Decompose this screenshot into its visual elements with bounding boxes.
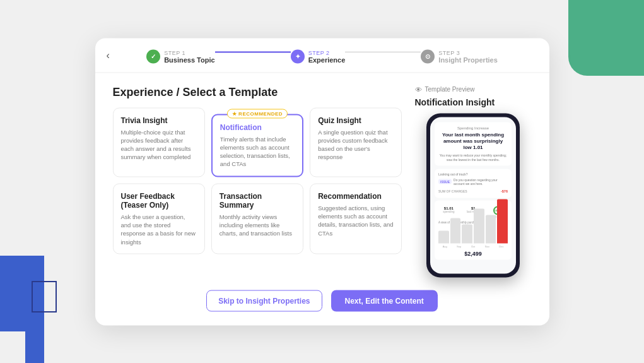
template-name-trivia: Trivia Insight [121,116,197,124]
phone-charges-label: SUM OF CHARGES [438,189,467,193]
step-2-title: Experience [308,56,346,63]
phone-total: $2,499 [438,250,508,256]
step-2: ✦ STEP 2 Experience [291,49,346,63]
spending-increase-label: Spending Increase [439,126,507,129]
chart-label-dec: Dec [495,244,508,247]
template-card-quiz[interactable]: Quiz Insight A single question quiz that… [310,107,402,177]
phone-top-bar: Spending Increase Your last month spendi… [435,122,512,165]
bar-3 [474,208,484,243]
template-name-quiz: Quiz Insight [318,116,394,124]
recommended-badge: ★ RECOMMENDED [227,109,288,118]
preview-label: Template Preview [425,86,475,93]
chart-label-sep: Sep [452,244,465,247]
template-desc-transaction-summary: Monthly activity views including element… [220,212,295,237]
bg-decoration-outline-rect [32,281,57,312]
step-2-circle: ✦ [291,49,305,63]
phone-headline: Your last month spending amount was surp… [439,131,507,150]
skip-button[interactable]: Skip to Insight Properties [206,290,322,311]
template-grid: Trivia Insight Multiple-choice quiz that… [113,107,402,254]
template-name-recommendation: Recommendation [318,191,394,200]
phone-sub: You may want to reduce your monthly spen… [439,153,507,162]
bar-0 [438,230,449,243]
template-card-trivia[interactable]: Trivia Insight Multiple-choice quiz that… [113,107,205,177]
back-button[interactable]: ‹ [107,49,110,61]
left-panel: Experience / Select a Template Trivia In… [113,85,402,277]
phone-tag-desc: Do you question regarding your account w… [454,177,508,185]
step-1-circle: ✓ [146,49,160,63]
phone-stat-spending: $1.01 spending [443,206,454,218]
chart-label-aug: Aug [438,244,451,247]
template-card-user-feedback[interactable]: User Feedback (Teaser Only) Ask the user… [113,183,205,254]
step-2-text: STEP 2 Experience [308,49,346,63]
step-connector-1 [215,51,291,52]
eye-icon: 👁 [415,85,422,93]
step-1-title: Business Topic [164,56,214,63]
bar-2 [462,224,472,243]
content-area: Experience / Select a Template Trivia In… [95,73,549,290]
template-card-notification[interactable]: ★ RECOMMENDED Notification Timely alerts… [211,114,303,177]
bg-decoration-blue-small [25,325,44,363]
step-3-title: Insight Properties [438,56,498,63]
step-1-num: STEP 1 [164,49,185,56]
stepper: ‹ ✓ STEP 1 Business Topic ✦ STEP 2 Exper… [95,38,549,63]
bar-1 [450,218,461,243]
template-name-user-feedback: User Feedback (Teaser Only) [121,191,197,209]
step-1: ✓ STEP 1 Business Topic [146,49,214,63]
template-desc-user-feedback: Ask the user a question, and use the sto… [121,212,197,246]
step-3-circle: ⊙ [421,49,435,63]
template-card-recommendation[interactable]: Recommendation Suggested actions, using … [310,183,402,254]
step-1-text: STEP 1 Business Topic [164,49,214,63]
bar-4 [486,215,496,243]
main-card: ‹ ✓ STEP 1 Business Topic ✦ STEP 2 Exper… [95,38,549,325]
template-desc-recommendation: Suggested actions, using elements such a… [318,203,394,237]
phone-tracking-section: Looking out of track? ISSUE Do you quest… [435,169,512,198]
preview-title: Notification Insight [415,97,532,107]
phone-issue-row: ISSUE Do you question regarding your acc… [438,177,508,185]
mini-chart: A view of your monthly purchases: Aug [438,220,508,256]
page-title: Experience / Select a Template [113,85,402,98]
step-2-num: STEP 2 [308,49,330,56]
phone-stats-section: $1.01 spending $1 last month 100% [435,200,512,259]
phone-screen: Spending Increase Your last month spendi… [430,117,516,273]
template-desc-quiz: A single question quiz that provides cus… [318,128,394,161]
template-name-transaction-summary: Transaction Summary [220,191,295,209]
step-connector-2 [345,51,421,52]
phone-charges-value: -$76 [501,189,508,193]
step-3: ⊙ STEP 3 Insight Properties [421,49,498,63]
template-card-transaction-summary[interactable]: Transaction Summary Monthly activity vie… [211,183,303,254]
phone-charges-row: SUM OF CHARGES -$76 [438,187,508,194]
phone-tag: ISSUE [438,179,452,184]
chart-labels: Aug Sep Oct Nov Dec [438,244,508,247]
phone-mockup: Spending Increase Your last month spendi… [426,113,520,277]
preview-label-row: 👁 Template Preview [415,85,532,93]
chart-label-nov: Nov [481,244,493,247]
phone-tracking-label: Looking out of track? [438,172,508,176]
phone-stat-spending-label: spending [443,210,454,213]
bar-5-active [497,199,508,243]
template-name-notification: Notification [220,122,295,131]
step-3-text: STEP 3 Insight Properties [438,49,498,63]
bar-chart [438,225,508,243]
bg-decoration-green-top [568,0,644,76]
chart-label-oct: Oct [467,244,479,247]
footer-buttons: Skip to Insight Properties Next, Edit th… [95,290,549,325]
template-desc-notification: Timely alerts that include elements such… [220,134,295,168]
right-panel: 👁 Template Preview Notification Insight … [415,85,532,277]
step-3-num: STEP 3 [438,49,460,56]
next-button[interactable]: Next, Edit the Content [331,290,438,311]
template-desc-trivia: Multiple-choice quiz that provides feedb… [121,128,197,161]
